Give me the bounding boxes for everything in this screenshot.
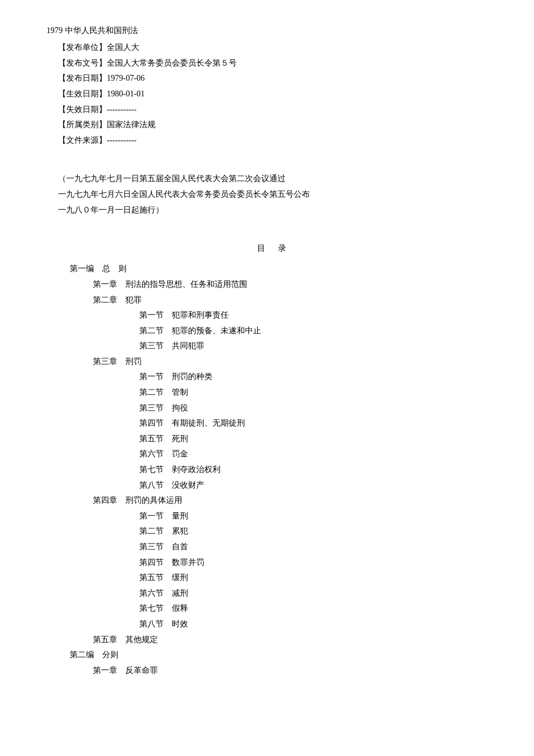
toc-entry: 第一章 刑法的指导思想、任务和适用范围 bbox=[93, 277, 499, 293]
toc-entry: 第八节 没收财产 bbox=[139, 478, 499, 494]
publish-date-line: 【发布日期】1979-07-06 bbox=[58, 71, 499, 87]
toc-entry: 第五节 死刑 bbox=[139, 431, 499, 447]
toc-entry: 第七节 剥夺政治权利 bbox=[139, 462, 499, 478]
intro-line-3: 一九八０年一月一日起施行） bbox=[58, 203, 499, 218]
toc-entry: 第二章 犯罪 bbox=[93, 293, 499, 308]
publisher-value: 全国人大 bbox=[107, 43, 139, 52]
toc-entry: 第六节 减刑 bbox=[139, 586, 499, 602]
toc-section: 目 录 第一编 总 则第一章 刑法的指导思想、任务和适用范围第二章 犯罪第一节 … bbox=[46, 241, 499, 678]
toc-entry: 第二节 犯罪的预备、未遂和中止 bbox=[139, 323, 499, 339]
toc-entry: 第一章 反革命罪 bbox=[93, 663, 499, 679]
effective-date-label: 【生效日期】 bbox=[58, 89, 107, 98]
intro-line-2: 一九七九年七月六日全国人民代表大会常务委员会委员长令第五号公布 bbox=[58, 187, 499, 203]
expiry-date-label: 【失效日期】 bbox=[58, 105, 107, 114]
toc-entry: 第一节 犯罪和刑事责任 bbox=[139, 308, 499, 323]
toc-entry: 第三章 刑罚 bbox=[93, 354, 499, 370]
toc-entry: 第三节 自首 bbox=[139, 539, 499, 555]
category-line: 【所属类别】国家法律法规 bbox=[58, 117, 499, 133]
toc-entry: 第三节 共同犯罪 bbox=[139, 339, 499, 354]
toc-title: 目 录 bbox=[46, 241, 499, 255]
toc-entry: 第二编 分则 bbox=[70, 647, 499, 663]
category-value: 国家法律法规 bbox=[107, 120, 156, 129]
toc-entries: 第一编 总 则第一章 刑法的指导思想、任务和适用范围第二章 犯罪第一节 犯罪和刑… bbox=[46, 261, 499, 678]
publish-date-value: 1979-07-06 bbox=[107, 74, 145, 82]
toc-entry: 第五节 缓刑 bbox=[139, 570, 499, 586]
toc-entry: 第一节 量刑 bbox=[139, 509, 499, 524]
intro-block: （一九七九年七月一日第五届全国人民代表大会第二次会议通过 一九七九年七月六日全国… bbox=[58, 171, 499, 218]
document-title: 1979 中华人民共和国刑法 bbox=[46, 23, 499, 38]
toc-entry: 第六节 罚金 bbox=[139, 447, 499, 462]
source-label: 【文件来源】 bbox=[58, 136, 107, 145]
toc-entry: 第二节 管制 bbox=[139, 385, 499, 401]
doc-number-label: 【发布文号】 bbox=[58, 59, 107, 67]
toc-entry: 第一节 刑罚的种类 bbox=[139, 369, 499, 385]
source-line: 【文件来源】----------- bbox=[58, 133, 499, 149]
publisher-label: 【发布单位】 bbox=[58, 43, 107, 52]
source-value: ----------- bbox=[107, 136, 136, 145]
toc-entry: 第八节 时效 bbox=[139, 617, 499, 632]
toc-entry: 第四节 有期徒刑、无期徒刑 bbox=[139, 416, 499, 431]
toc-entry: 第四节 数罪并罚 bbox=[139, 555, 499, 571]
toc-entry: 第二节 累犯 bbox=[139, 524, 499, 539]
toc-entry: 第五章 其他规定 bbox=[93, 632, 499, 648]
effective-date-value: 1980-01-01 bbox=[107, 89, 145, 98]
effective-date-line: 【生效日期】1980-01-01 bbox=[58, 87, 499, 102]
category-label: 【所属类别】 bbox=[58, 120, 107, 129]
toc-entry: 第一编 总 则 bbox=[70, 261, 499, 277]
expiry-date-value: ----------- bbox=[107, 105, 136, 114]
expiry-date-line: 【失效日期】----------- bbox=[58, 102, 499, 118]
doc-number-value: 全国人大常务委员会委员长令第５号 bbox=[107, 59, 237, 67]
toc-entry: 第三节 拘役 bbox=[139, 401, 499, 416]
publisher-line: 【发布单位】全国人大 bbox=[58, 40, 499, 56]
intro-line-1: （一九七九年七月一日第五届全国人民代表大会第二次会议通过 bbox=[58, 171, 499, 187]
publish-date-label: 【发布日期】 bbox=[58, 74, 107, 82]
meta-block: 【发布单位】全国人大 【发布文号】全国人大常务委员会委员长令第５号 【发布日期】… bbox=[58, 40, 499, 148]
toc-entry: 第四章 刑罚的具体运用 bbox=[93, 493, 499, 509]
doc-number-line: 【发布文号】全国人大常务委员会委员长令第５号 bbox=[58, 56, 499, 71]
document-container: 1979 中华人民共和国刑法 【发布单位】全国人大 【发布文号】全国人大常务委员… bbox=[46, 23, 499, 678]
toc-entry: 第七节 假释 bbox=[139, 601, 499, 617]
